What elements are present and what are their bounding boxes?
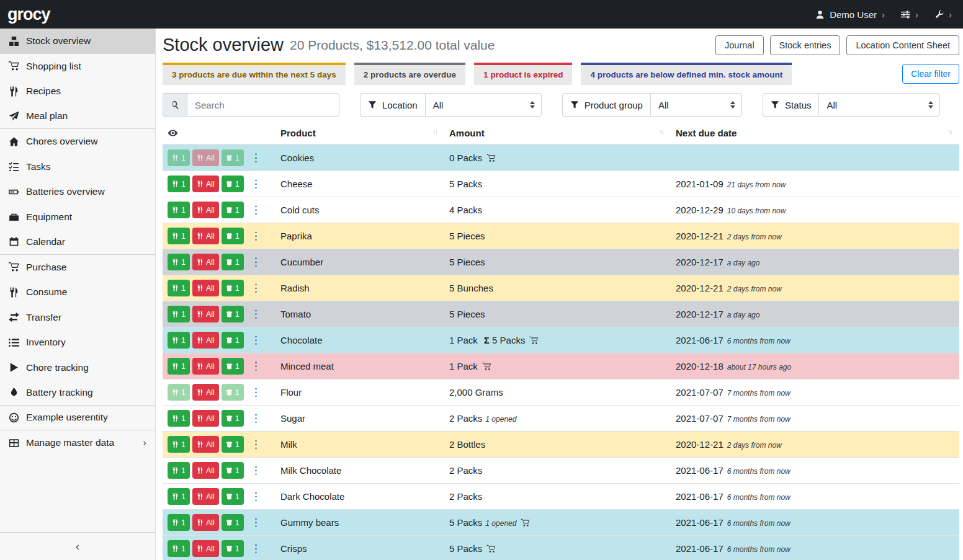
open-one-button[interactable]: 1 bbox=[222, 384, 244, 401]
banner-expired[interactable]: 1 product is expired bbox=[474, 63, 572, 85]
row-menu-button[interactable]: ⋮ bbox=[248, 179, 264, 189]
sidebar-item-equipment[interactable]: Equipment bbox=[0, 205, 155, 230]
table-row[interactable]: 1 All 1 ⋮ Flour 2,000 Grams 2021-07-077 … bbox=[163, 380, 959, 406]
row-menu-button[interactable]: ⋮ bbox=[248, 413, 264, 424]
cart-icon[interactable] bbox=[482, 362, 491, 371]
table-row[interactable]: 1 All 1 ⋮ Gummy bears 5 Packs1 opened 20… bbox=[163, 510, 959, 536]
consume-one-button[interactable]: 1 bbox=[168, 228, 190, 244]
product-group-select[interactable]: All bbox=[650, 93, 742, 117]
row-menu-button[interactable]: ⋮ bbox=[248, 309, 264, 319]
cart-icon[interactable] bbox=[521, 518, 530, 527]
table-row[interactable]: 1 All 1 ⋮ Cheese 5 Packs 2021-01-0921 da… bbox=[163, 171, 959, 197]
open-one-button[interactable]: 1 bbox=[222, 306, 244, 322]
clear-filter-button[interactable]: Clear filter bbox=[902, 64, 959, 84]
settings-menu[interactable]: › bbox=[901, 10, 918, 19]
row-menu-button[interactable]: ⋮ bbox=[248, 205, 264, 215]
column-header-next-due-date[interactable]: Next due date ↑↓ bbox=[671, 123, 959, 144]
table-row[interactable]: 1 All 1 ⋮ Radish 5 Bunches 2020-12-212 d… bbox=[163, 275, 959, 301]
row-menu-button[interactable]: ⋮ bbox=[248, 231, 264, 241]
user-menu[interactable]: Demo User › bbox=[815, 9, 885, 20]
consume-one-button[interactable]: 1 bbox=[168, 384, 190, 401]
table-row[interactable]: 1 All 1 ⋮ Cucumber 5 Pieces 2020-12-17a … bbox=[163, 249, 959, 275]
open-one-button[interactable]: 1 bbox=[222, 228, 244, 244]
table-row[interactable]: 1 All 1 ⋮ Milk 2 Bottles 2020-12-212 day… bbox=[163, 432, 959, 458]
row-menu-button[interactable]: ⋮ bbox=[248, 465, 264, 476]
open-one-button[interactable]: 1 bbox=[222, 280, 244, 296]
table-row[interactable]: 1 All 1 ⋮ Crisps 5 Packs 2021-06-176 mon… bbox=[163, 536, 959, 560]
open-one-button[interactable]: 1 bbox=[222, 540, 244, 557]
row-menu-button[interactable]: ⋮ bbox=[248, 335, 264, 345]
sidebar-item-battery-tracking[interactable]: Battery tracking bbox=[0, 380, 155, 406]
status-select[interactable]: All bbox=[818, 93, 940, 117]
consume-one-button[interactable]: 1 bbox=[168, 176, 190, 192]
consume-all-button[interactable]: All bbox=[192, 332, 219, 349]
row-menu-button[interactable]: ⋮ bbox=[248, 517, 264, 528]
row-menu-button[interactable]: ⋮ bbox=[248, 439, 264, 450]
stock-entries-button[interactable]: Stock entries bbox=[770, 35, 841, 55]
grocy-logo[interactable]: grocy bbox=[7, 5, 50, 24]
table-row[interactable]: 1 All 1 ⋮ Milk Chocolate 2 Packs 2021-06… bbox=[163, 458, 959, 484]
consume-all-button[interactable]: All bbox=[192, 462, 219, 479]
row-menu-button[interactable]: ⋮ bbox=[248, 283, 264, 293]
sidebar-item-shopping-list[interactable]: Shopping list bbox=[0, 54, 155, 79]
consume-all-button[interactable]: All bbox=[192, 280, 219, 296]
sidebar-item-manage-master-data[interactable]: Manage master data › bbox=[0, 430, 155, 456]
table-row[interactable]: 1 All 1 ⋮ Tomato 5 Pieces 2020-12-17a da… bbox=[163, 301, 959, 327]
column-visibility-header[interactable] bbox=[163, 123, 275, 144]
sidebar-item-chore-tracking[interactable]: Chore tracking bbox=[0, 355, 155, 381]
table-row[interactable]: 1 All 1 ⋮ Cookies 0 Packs bbox=[163, 144, 959, 171]
consume-all-button[interactable]: All bbox=[192, 228, 219, 244]
consume-one-button[interactable]: 1 bbox=[168, 202, 190, 218]
sidebar-item-calendar[interactable]: Calendar bbox=[0, 229, 155, 255]
consume-all-button[interactable]: All bbox=[192, 254, 219, 270]
sidebar-item-meal-plan[interactable]: Meal plan bbox=[0, 104, 155, 130]
consume-one-button[interactable]: 1 bbox=[168, 436, 190, 453]
journal-button[interactable]: Journal bbox=[715, 35, 764, 55]
column-header-product[interactable]: Product ↑↓ bbox=[275, 123, 444, 144]
sidebar-item-chores-overview[interactable]: Chores overview bbox=[0, 129, 155, 154]
cart-icon[interactable] bbox=[486, 154, 496, 162]
banner-below-min-stock[interactable]: 4 products are below defined min. stock … bbox=[581, 63, 792, 85]
consume-one-button[interactable]: 1 bbox=[168, 410, 190, 427]
open-one-button[interactable]: 1 bbox=[222, 149, 244, 166]
table-row[interactable]: 1 All 1 ⋮ Cold cuts 4 Packs 2020-12-2910… bbox=[163, 197, 959, 223]
consume-one-button[interactable]: 1 bbox=[168, 306, 190, 322]
row-menu-button[interactable]: ⋮ bbox=[248, 361, 264, 371]
consume-all-button[interactable]: All bbox=[192, 358, 219, 375]
consume-all-button[interactable]: All bbox=[192, 540, 219, 557]
consume-all-button[interactable]: All bbox=[192, 410, 219, 427]
admin-tools-menu[interactable]: › bbox=[934, 10, 952, 19]
sidebar-item-stock-overview[interactable]: Stock overview bbox=[0, 29, 155, 54]
sidebar-item-inventory[interactable]: Inventory bbox=[0, 330, 155, 355]
row-menu-button[interactable]: ⋮ bbox=[248, 257, 264, 267]
consume-one-button[interactable]: 1 bbox=[168, 254, 190, 270]
consume-all-button[interactable]: All bbox=[192, 306, 219, 322]
consume-all-button[interactable]: All bbox=[192, 514, 219, 531]
consume-one-button[interactable]: 1 bbox=[168, 462, 190, 479]
search-input[interactable] bbox=[187, 93, 339, 117]
sort-icon[interactable]: ↑↓ bbox=[659, 128, 666, 135]
column-header-amount[interactable]: Amount ↑↓ bbox=[444, 123, 671, 144]
banner-due-soon[interactable]: 3 products are due within the next 5 day… bbox=[163, 63, 346, 85]
table-row[interactable]: 1 All 1 ⋮ Dark Chocolate 2 Packs 2021-06… bbox=[163, 484, 959, 510]
consume-one-button[interactable]: 1 bbox=[168, 358, 190, 375]
row-menu-button[interactable]: ⋮ bbox=[248, 387, 264, 398]
sidebar-item-transfer[interactable]: Transfer bbox=[0, 305, 155, 331]
open-one-button[interactable]: 1 bbox=[222, 488, 244, 505]
row-menu-button[interactable]: ⋮ bbox=[248, 543, 264, 554]
sidebar-item-batteries-overview[interactable]: Batteries overview bbox=[0, 179, 155, 205]
consume-all-button[interactable]: All bbox=[192, 176, 219, 192]
sidebar-item-consume[interactable]: Consume bbox=[0, 280, 155, 305]
consume-one-button[interactable]: 1 bbox=[168, 332, 190, 349]
consume-all-button[interactable]: All bbox=[192, 202, 219, 218]
banner-overdue[interactable]: 2 products are overdue bbox=[354, 63, 465, 85]
open-one-button[interactable]: 1 bbox=[222, 332, 244, 349]
consume-all-button[interactable]: All bbox=[192, 488, 219, 505]
open-one-button[interactable]: 1 bbox=[222, 358, 244, 375]
eye-icon[interactable] bbox=[168, 128, 178, 138]
consume-one-button[interactable]: 1 bbox=[168, 280, 190, 296]
sidebar-collapse-button[interactable]: ‹ bbox=[0, 532, 155, 560]
row-menu-button[interactable]: ⋮ bbox=[248, 491, 264, 502]
table-row[interactable]: 1 All 1 ⋮ Chocolate 1 PackΣ 5 Packs 2021… bbox=[163, 327, 959, 353]
open-one-button[interactable]: 1 bbox=[222, 514, 244, 531]
